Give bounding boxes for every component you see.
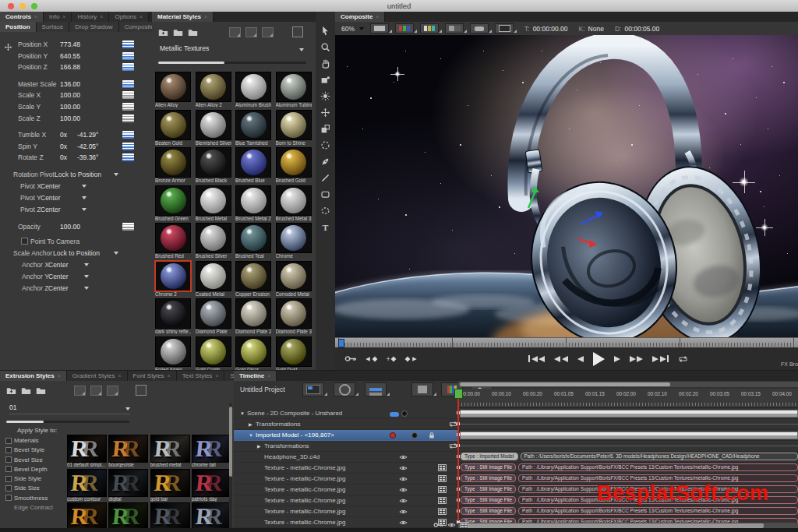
checkbox[interactable]: [5, 485, 12, 491]
material-thumbnail[interactable]: [154, 260, 192, 292]
close-tab-icon[interactable]: ×: [168, 371, 171, 381]
folder-icon[interactable]: [173, 27, 183, 37]
material-size-slider[interactable]: [158, 62, 306, 64]
param-row-scale-y[interactable]: Scale Y100.00: [0, 101, 152, 113]
material-thumbnail[interactable]: [276, 223, 312, 253]
extrusion-thumbnail[interactable]: RR: [108, 469, 148, 497]
dropdown-value[interactable]: Center: [48, 273, 69, 280]
text-tool-icon[interactable]: [316, 219, 335, 235]
extrusion-style-chrome-tail[interactable]: RRchrome tail: [191, 434, 231, 467]
param-row-spin-y[interactable]: Spin Y0x-42.05°: [0, 141, 152, 153]
key-icon[interactable]: [433, 522, 443, 528]
opacity-keyframe-button[interactable]: [122, 223, 134, 231]
rotation-pivot-row[interactable]: Rotation Pivot Lock to Position: [0, 169, 152, 181]
time-value[interactable]: 00:00:00.00: [533, 25, 568, 33]
keyframe-toggle-button[interactable]: [122, 115, 134, 122]
material-swatch-beaten-gold[interactable]: Beaten Gold: [154, 109, 193, 147]
model-clip[interactable]: Type : Imported ModelPath : /Users/boris…: [461, 453, 798, 460]
material-swatch-chrome-2[interactable]: Chrome 2: [154, 260, 193, 298]
subtab-drop-shadow[interactable]: Drop Shadow: [69, 22, 118, 32]
material-category-dropdown[interactable]: Metallic Textures: [160, 44, 304, 55]
material-thumbnail[interactable]: [196, 185, 231, 216]
param-value[interactable]: 0x: [60, 153, 67, 161]
timeline-top-scrollbar[interactable]: [458, 382, 798, 387]
track-row-texture-metallic-chrome-jpg-8[interactable]: Texture - metallic-Chrome.jpg: [234, 495, 458, 506]
rectangle-tool-icon[interactable]: [316, 186, 335, 203]
material-thumbnail[interactable]: [155, 110, 191, 140]
extrusion-thumbnail[interactable]: RR: [192, 502, 231, 530]
material-swatch-alien-alloy[interactable]: Alien Alloy: [154, 71, 193, 109]
param-value[interactable]: 0x: [60, 143, 67, 150]
eye-icon[interactable]: [447, 522, 456, 528]
tab-material-styles[interactable]: Material Styles×: [152, 12, 214, 22]
duration-value[interactable]: 00:00:05.00: [624, 25, 659, 33]
material-thumbnail[interactable]: [196, 261, 231, 291]
folder-open-icon[interactable]: [36, 386, 46, 396]
param-row-scale-x[interactable]: Scale X100.00: [0, 90, 152, 101]
preset-copy-icon[interactable]: [245, 27, 257, 37]
material-swatch-bronze-armor[interactable]: Bronze Armor: [154, 146, 193, 185]
material-swatch-born-to-shine[interactable]: Born to Shine: [275, 109, 314, 147]
tab-history[interactable]: History×: [72, 12, 109, 22]
material-swatch-aluminum-brush[interactable]: Aluminum Brush: [235, 71, 274, 109]
extrusion-style-brushed-metal[interactable]: RRbrushed metal: [150, 434, 190, 467]
extrusion-thumbnail[interactable]: RR: [192, 435, 231, 463]
pen-tool-icon[interactable]: [316, 153, 335, 170]
step-back-button[interactable]: [577, 356, 584, 362]
material-swatch-brushed-blue[interactable]: Brushed Blue: [235, 146, 274, 185]
extrusion-thumbnail[interactable]: RR: [67, 502, 107, 530]
material-thumbnail[interactable]: [235, 72, 271, 102]
extrusion-style-bourgeoisie[interactable]: RRbourgeoisie: [108, 434, 148, 467]
track-row-texture-metallic-chrome-jpg-7[interactable]: Texture - metallic-Chrome.jpg: [234, 484, 458, 495]
material-thumbnail[interactable]: [155, 147, 191, 178]
material-swatch-copper-erosion[interactable]: Copper Erosion: [235, 260, 274, 298]
extrusion-thumbnail[interactable]: RR: [150, 469, 190, 497]
param-row-position-x[interactable]: Position X773.48: [0, 39, 152, 51]
track-row-texture-metallic-chrome-jpg-6[interactable]: Texture - metallic-Chrome.jpg: [234, 474, 458, 484]
rewind-button[interactable]: [554, 356, 568, 362]
folder-plus-icon[interactable]: [6, 386, 16, 396]
material-swatch-blemished-silver[interactable]: Blemished Silver: [195, 109, 234, 147]
apply-option-bevel-size[interactable]: Bevel Size: [0, 456, 65, 465]
material-swatch-diamond-plate-2[interactable]: Diamond Plate 2: [235, 298, 274, 336]
material-swatch-brushed-metal-2[interactable]: Brushed Metal 2: [235, 185, 274, 223]
next-keyframe-button[interactable]: [405, 356, 418, 362]
opacity-value[interactable]: 100.00: [60, 223, 80, 231]
extrusion-thumbnail[interactable]: RR: [192, 469, 231, 497]
extrusion-thumbnail[interactable]: RR: [150, 502, 190, 530]
param-value[interactable]: 100.00: [60, 103, 80, 111]
preset-add-icon[interactable]: [229, 27, 241, 37]
pivot-row-pivot-x[interactable]: Pivot XCenter: [0, 181, 152, 192]
zoom-level-dropdown[interactable]: 60%: [341, 25, 355, 33]
param-value-degrees[interactable]: -41.29°: [77, 131, 99, 139]
checkbox[interactable]: [5, 438, 12, 444]
dropdown-value[interactable]: Center: [48, 284, 69, 292]
track-duration-bar[interactable]: [460, 432, 798, 439]
close-tab-icon[interactable]: ×: [58, 371, 61, 381]
subtab-composite[interactable]: Composite: [119, 22, 152, 32]
point-to-camera-checkbox[interactable]: [21, 238, 28, 245]
clip-row-9[interactable]: Type : Still Image FilePath : /Library/A…: [458, 506, 798, 517]
go-end-button[interactable]: [652, 355, 669, 362]
loop-button[interactable]: [678, 355, 688, 363]
dropdown-value[interactable]: Center: [41, 194, 61, 202]
keyframe-toggle-button[interactable]: [122, 91, 134, 99]
apply-option-smoothness[interactable]: Smoothness: [0, 494, 65, 503]
material-thumbnail[interactable]: [235, 298, 271, 329]
extrusion-thumbnail[interactable]: RR: [108, 502, 148, 530]
clip-type-badge[interactable]: Type : Still Image File: [461, 496, 516, 504]
preset-delete-icon[interactable]: [107, 386, 118, 396]
light-tool-icon[interactable]: [316, 88, 335, 104]
material-thumbnail[interactable]: [235, 185, 271, 216]
hand-tool-icon[interactable]: [316, 55, 335, 72]
material-thumbnail[interactable]: [235, 147, 271, 178]
param-row-position-z[interactable]: Position Z166.88: [0, 62, 152, 73]
material-swatch-aluminum-tubing[interactable]: Aluminum Tubing: [275, 71, 314, 109]
material-swatch-brushed-metal-3[interactable]: Brushed Metal 3: [275, 185, 314, 223]
param-value[interactable]: 773.48: [60, 41, 80, 48]
clip-row-1[interactable]: [458, 419, 798, 430]
material-thumbnail[interactable]: [196, 298, 231, 329]
checkbox[interactable]: [5, 495, 12, 501]
material-swatch-coated-metal[interactable]: Coated Metal: [195, 260, 234, 298]
extrusion-thumbnail[interactable]: RR: [108, 435, 148, 463]
